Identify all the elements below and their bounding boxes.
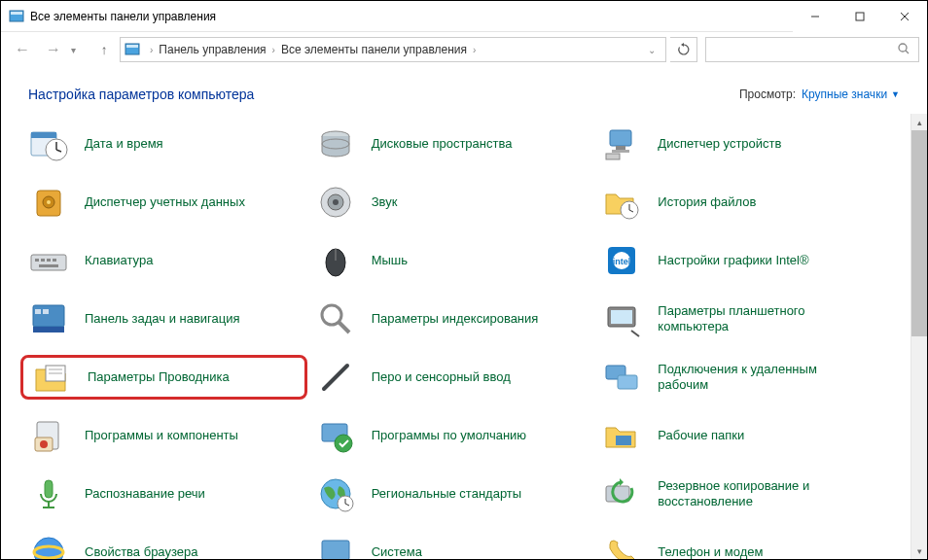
item-label: Панель задач и навигация	[85, 311, 240, 327]
item-label: Диспетчер учетных данных	[85, 194, 245, 210]
item-label: Телефон и модем	[658, 544, 763, 559]
maximize-button[interactable]	[838, 1, 882, 32]
control-panel-item[interactable]: Распознавание речи	[28, 472, 307, 516]
view-by-select[interactable]: Крупные значки ▼	[802, 88, 900, 101]
svg-rect-11	[31, 132, 56, 138]
svg-line-9	[906, 51, 909, 53]
view-by-value: Крупные значки	[802, 88, 887, 101]
control-panel-item[interactable]: Рабочие папки	[601, 413, 880, 458]
svg-rect-48	[611, 310, 632, 324]
refresh-button[interactable]	[670, 37, 697, 62]
intel-icon: intel	[601, 240, 642, 281]
scrollbar[interactable]: ▴ ▾	[910, 114, 927, 559]
control-panel-item[interactable]: Параметры планшетного компьютера	[601, 297, 880, 341]
scroll-track[interactable]	[911, 130, 927, 542]
item-label: История файлов	[658, 194, 756, 210]
svg-point-60	[335, 435, 352, 452]
control-panel-item[interactable]: Подключения к удаленным рабочим	[601, 355, 880, 400]
history-dropdown-icon[interactable]: ▾	[71, 45, 89, 55]
defaults-icon	[315, 415, 356, 456]
content-area: Дата и времяДисковые пространстваДиспетч…	[1, 114, 927, 559]
control-panel-item[interactable]: Диспетчер учетных данных	[28, 180, 307, 225]
scroll-thumb[interactable]	[911, 130, 927, 336]
chevron-down-icon[interactable]: ⌄	[642, 45, 661, 55]
control-panel-item[interactable]: Дисковые пространства	[315, 122, 594, 166]
remote-icon	[601, 357, 642, 398]
svg-rect-20	[606, 154, 620, 159]
control-panel-item[interactable]: Панель задач и навигация	[28, 297, 307, 341]
control-panel-item[interactable]: История файлов	[601, 180, 880, 225]
svg-rect-7	[126, 45, 138, 48]
item-label: Дисковые пространства	[372, 136, 513, 152]
breadcrumb[interactable]: › Панель управления › Все элементы панел…	[120, 37, 666, 62]
page-title: Настройка параметров компьютера	[28, 87, 739, 102]
search-input[interactable]	[705, 37, 919, 62]
mouse-icon	[315, 240, 356, 281]
window-controls	[793, 1, 927, 32]
svg-rect-17	[610, 130, 631, 146]
clock-icon	[28, 123, 69, 164]
svg-rect-62	[45, 480, 53, 498]
tablet-icon	[601, 298, 642, 339]
folderclock-icon	[601, 182, 642, 223]
svg-rect-19	[612, 150, 629, 153]
minimize-button[interactable]	[793, 1, 838, 32]
breadcrumb-part[interactable]: Панель управления	[157, 43, 268, 56]
control-panel-item[interactable]: Программы и компоненты	[28, 413, 307, 458]
forward-button[interactable]: →	[40, 36, 67, 63]
header: Настройка параметров компьютера Просмотр…	[1, 67, 927, 114]
keyboard-icon	[28, 240, 69, 281]
svg-rect-18	[616, 146, 625, 150]
svg-rect-61	[616, 436, 631, 445]
item-label: Звук	[372, 194, 398, 210]
control-panel-item[interactable]: Система	[315, 530, 594, 559]
pen-icon	[315, 357, 356, 398]
item-label: Подключения к удаленным рабочим	[658, 362, 842, 394]
item-label: Клавиатура	[85, 253, 153, 268]
close-button[interactable]	[882, 1, 927, 32]
svg-rect-55	[618, 375, 637, 389]
view-by-label: Просмотр:	[739, 88, 796, 101]
control-panel-item[interactable]: Программы по умолчанию	[315, 413, 594, 458]
svg-line-49	[631, 331, 639, 336]
control-panel-item[interactable]: Дата и время	[28, 122, 307, 166]
item-label: Дата и время	[85, 136, 163, 152]
taskbar-icon	[28, 298, 69, 339]
svg-rect-32	[41, 259, 45, 262]
item-label: Региональные стандарты	[372, 486, 521, 502]
search-field[interactable]	[714, 43, 897, 56]
scroll-down-button[interactable]: ▾	[911, 542, 927, 559]
control-panel-item[interactable]: Клавиатура	[28, 238, 307, 283]
devmgr-icon	[601, 123, 642, 164]
control-panel-icon	[125, 42, 140, 57]
search-icon	[897, 42, 910, 58]
window-title: Все элементы панели управления	[30, 10, 793, 23]
control-panel-item[interactable]: Параметры Проводника	[20, 355, 307, 400]
control-panel-item[interactable]: Параметры индексирования	[315, 297, 594, 341]
control-panel-item[interactable]: Диспетчер устройств	[601, 122, 880, 166]
control-panel-item[interactable]: intelНастройки графики Intel®	[601, 238, 880, 283]
chevron-right-icon: ›	[469, 45, 480, 55]
item-label: Настройки графики Intel®	[658, 253, 808, 268]
control-panel-item[interactable]: Резервное копирование и восстановление	[601, 472, 880, 516]
scroll-up-button[interactable]: ▴	[911, 114, 927, 130]
svg-rect-1	[11, 12, 22, 15]
region-icon	[315, 473, 356, 514]
svg-rect-31	[35, 259, 39, 262]
control-panel-item[interactable]: Перо и сенсорный ввод	[315, 355, 594, 400]
control-panel-item[interactable]: Звук	[315, 180, 594, 225]
chevron-down-icon: ▼	[891, 89, 900, 99]
control-panel-item[interactable]: Региональные стандарты	[315, 472, 594, 516]
back-button[interactable]: ←	[9, 36, 36, 63]
breadcrumb-part[interactable]: Все элементы панели управления	[279, 43, 469, 56]
control-panel-item[interactable]: Мышь	[315, 238, 594, 283]
items-grid: Дата и времяДисковые пространстваДиспетч…	[1, 114, 908, 559]
item-label: Мышь	[372, 253, 408, 268]
backup-icon	[601, 473, 642, 514]
control-panel-item[interactable]: Свойства браузера	[28, 530, 307, 559]
up-button[interactable]: ↑	[92, 38, 116, 61]
item-label: Параметры индексирования	[372, 311, 539, 327]
control-panel-item[interactable]: Телефон и модем	[601, 530, 880, 559]
svg-rect-41	[33, 305, 64, 327]
titlebar: Все элементы панели управления	[1, 1, 927, 32]
